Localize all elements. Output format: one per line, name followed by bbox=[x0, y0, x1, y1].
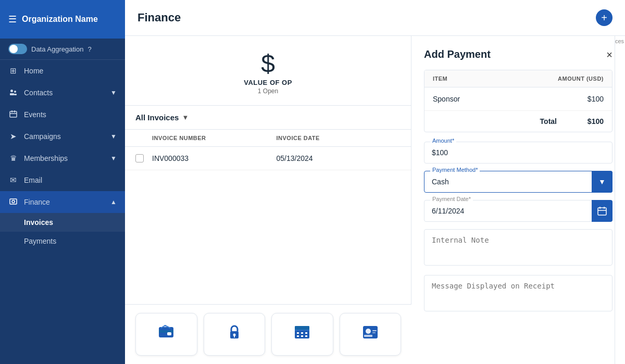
data-aggregation-label: Data Aggregation bbox=[31, 45, 83, 53]
modal-close-button[interactable]: × bbox=[606, 49, 612, 60]
svg-rect-0 bbox=[10, 90, 13, 92]
svg-rect-30 bbox=[598, 208, 606, 215]
sidebar-item-label: Email bbox=[24, 176, 42, 184]
stat-sub: 1 Open bbox=[138, 87, 398, 95]
payment-date-input[interactable] bbox=[424, 200, 612, 222]
sidebar-item-events[interactable]: Events bbox=[0, 104, 125, 125]
quick-card-lock[interactable] bbox=[204, 313, 266, 356]
filter-arrow-icon: ▼ bbox=[182, 114, 189, 121]
quick-card-calendar[interactable] bbox=[271, 313, 333, 356]
payment-table-row: Sponsor $100 bbox=[424, 87, 612, 111]
payment-table-total-row: Total $100 bbox=[424, 111, 612, 132]
internal-note-field bbox=[424, 229, 612, 268]
svg-rect-23 bbox=[301, 335, 303, 337]
finance-icon bbox=[8, 197, 18, 207]
sidebar-header[interactable]: ☰ Organization Name bbox=[0, 0, 125, 39]
svg-rect-24 bbox=[305, 335, 307, 337]
svg-rect-12 bbox=[167, 332, 171, 335]
sidebar-item-label: Contacts bbox=[24, 89, 53, 97]
svg-rect-11 bbox=[159, 330, 173, 333]
quick-card-contact-card[interactable] bbox=[340, 313, 402, 356]
invoices-panel: $ VALUE OF OP 1 Open All Invoices ▼ INVO… bbox=[125, 36, 411, 364]
sidebar-item-label: Events bbox=[24, 110, 46, 119]
svg-rect-8 bbox=[10, 199, 17, 204]
row-checkbox[interactable] bbox=[135, 154, 152, 162]
finance-area: $ VALUE OF OP 1 Open All Invoices ▼ INVO… bbox=[125, 36, 625, 364]
data-aggregation-row[interactable]: Data Aggregation ? bbox=[0, 39, 125, 60]
svg-rect-29 bbox=[372, 332, 376, 333]
dollar-icon: $ bbox=[138, 52, 398, 77]
data-aggregation-toggle[interactable] bbox=[8, 44, 27, 54]
quick-card-wallet[interactable] bbox=[135, 313, 197, 356]
campaigns-arrow-icon: ▼ bbox=[110, 133, 117, 140]
payment-method-select[interactable]: Cash Check Credit Card ACH bbox=[424, 171, 612, 193]
payment-method-field: Payment Method* Cash Check Credit Card A… bbox=[424, 171, 612, 193]
contacts-arrow-icon: ▼ bbox=[110, 89, 117, 96]
right-hint-text: ces bbox=[615, 38, 624, 44]
lock-icon bbox=[225, 323, 244, 346]
sidebar-item-label: Home bbox=[24, 67, 43, 75]
calendar-button[interactable] bbox=[592, 200, 612, 222]
message-receipt-field bbox=[424, 275, 612, 313]
internal-note-textarea[interactable] bbox=[424, 229, 612, 266]
stat-card: $ VALUE OF OP 1 Open bbox=[125, 36, 411, 106]
top-bar: Finance + bbox=[125, 0, 625, 36]
right-column-hint: ces bbox=[615, 36, 625, 364]
payment-items-table: ITEM AMOUNT (USD) Sponsor $100 Total $10… bbox=[424, 70, 612, 132]
memberships-arrow-icon: ▼ bbox=[110, 155, 117, 162]
memberships-icon: ♛ bbox=[8, 154, 18, 163]
svg-rect-17 bbox=[295, 326, 309, 330]
col-invoice-date: INVOICE DATE bbox=[277, 135, 401, 141]
sidebar-item-label: Finance bbox=[24, 198, 50, 206]
wallet-icon bbox=[157, 323, 176, 346]
payment-modal: Add Payment × ITEM AMOUNT (USD) Sponsor … bbox=[411, 36, 625, 364]
svg-rect-19 bbox=[297, 332, 299, 334]
svg-point-9 bbox=[12, 200, 15, 203]
svg-rect-22 bbox=[297, 335, 299, 337]
amount-input[interactable] bbox=[424, 142, 612, 164]
sidebar-item-contacts[interactable]: Contacts ▼ bbox=[0, 82, 125, 104]
modal-title: Add Payment bbox=[424, 48, 491, 60]
hamburger-icon[interactable]: ☰ bbox=[8, 14, 17, 25]
invoice-date: 05/13/2024 bbox=[277, 154, 401, 162]
email-icon: ✉ bbox=[8, 175, 18, 185]
sidebar-item-home[interactable]: ⊞ Home bbox=[0, 60, 125, 82]
sidebar-item-finance[interactable]: Finance ▲ bbox=[0, 191, 125, 213]
amount-field: Amount* bbox=[424, 142, 612, 164]
message-receipt-textarea[interactable] bbox=[424, 275, 612, 311]
add-button[interactable]: + bbox=[596, 9, 612, 26]
sidebar-subitem-invoices[interactable]: Invoices bbox=[0, 213, 125, 232]
payment-date-field: Payment Date* bbox=[424, 200, 612, 222]
quick-actions bbox=[125, 304, 411, 364]
item-name: Sponsor bbox=[433, 95, 531, 103]
home-icon: ⊞ bbox=[8, 66, 18, 76]
svg-rect-28 bbox=[372, 330, 377, 331]
sidebar-item-label: Campaigns bbox=[24, 132, 61, 141]
svg-rect-4 bbox=[10, 111, 17, 117]
svg-rect-2 bbox=[14, 91, 16, 93]
col-amount: AMOUNT (USD) bbox=[531, 76, 604, 82]
sidebar-item-email[interactable]: ✉ Email bbox=[0, 169, 125, 191]
item-amount: $100 bbox=[531, 95, 604, 103]
campaigns-icon: ➤ bbox=[8, 132, 18, 141]
payment-method-label: Payment Method* bbox=[430, 167, 480, 173]
help-icon[interactable]: ? bbox=[88, 45, 91, 53]
table-row[interactable]: INV000033 05/13/2024 bbox=[125, 147, 411, 170]
payment-modal-area: Add Payment × ITEM AMOUNT (USD) Sponsor … bbox=[411, 36, 625, 364]
filter-row[interactable]: All Invoices ▼ bbox=[125, 106, 411, 130]
events-icon bbox=[8, 110, 18, 119]
sidebar-item-campaigns[interactable]: ➤ Campaigns ▼ bbox=[0, 125, 125, 147]
org-name: Organization Name bbox=[22, 15, 98, 24]
svg-rect-27 bbox=[364, 335, 372, 337]
col-checkbox bbox=[135, 135, 152, 141]
sidebar-subitem-payments[interactable]: Payments bbox=[0, 232, 125, 250]
toggle-knob bbox=[9, 45, 18, 53]
modal-header: Add Payment × bbox=[424, 48, 612, 60]
svg-point-14 bbox=[233, 334, 235, 336]
contact-card-icon bbox=[361, 323, 380, 346]
svg-rect-20 bbox=[301, 332, 303, 334]
page-title: Finance bbox=[138, 11, 181, 24]
sidebar-item-memberships[interactable]: ♛ Memberships ▼ bbox=[0, 147, 125, 169]
col-item: ITEM bbox=[433, 76, 531, 82]
stat-label: VALUE OF OP bbox=[138, 79, 398, 86]
